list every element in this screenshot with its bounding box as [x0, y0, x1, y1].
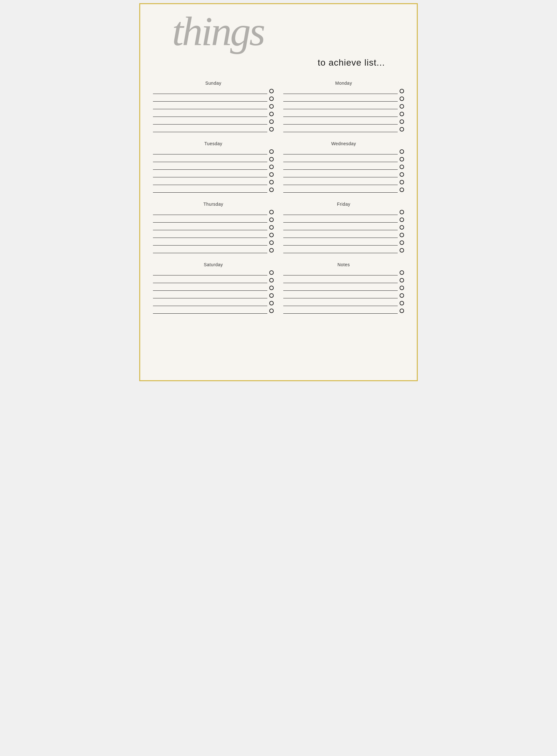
task-row	[153, 149, 274, 154]
task-line[interactable]	[153, 179, 267, 185]
task-circle[interactable]	[400, 271, 404, 275]
task-circle[interactable]	[400, 278, 404, 282]
task-circle[interactable]	[400, 241, 404, 245]
task-circle[interactable]	[400, 112, 404, 116]
task-line[interactable]	[153, 247, 267, 253]
task-line[interactable]	[153, 293, 267, 298]
task-circle[interactable]	[400, 233, 404, 237]
task-line[interactable]	[283, 308, 398, 314]
task-circle[interactable]	[400, 293, 404, 298]
task-circle[interactable]	[269, 301, 274, 305]
task-circle[interactable]	[269, 225, 274, 230]
task-circle[interactable]	[400, 286, 404, 290]
task-circle[interactable]	[269, 89, 274, 93]
task-circle[interactable]	[400, 180, 404, 184]
task-line[interactable]	[283, 171, 398, 177]
task-line[interactable]	[283, 285, 398, 291]
task-line[interactable]	[283, 293, 398, 298]
task-line[interactable]	[153, 111, 267, 117]
task-line[interactable]	[153, 96, 267, 102]
notes-label: Notes	[283, 262, 404, 267]
task-line[interactable]	[153, 300, 267, 306]
task-circle[interactable]	[269, 96, 274, 101]
task-line[interactable]	[283, 224, 398, 230]
task-line[interactable]	[153, 187, 267, 193]
task-line[interactable]	[283, 88, 398, 94]
task-circle[interactable]	[400, 127, 404, 131]
task-circle[interactable]	[269, 180, 274, 184]
task-circle[interactable]	[400, 225, 404, 230]
task-circle[interactable]	[269, 286, 274, 290]
task-line[interactable]	[153, 240, 267, 246]
task-line[interactable]	[153, 308, 267, 314]
task-line[interactable]	[283, 111, 398, 117]
task-line[interactable]	[283, 232, 398, 238]
task-circle[interactable]	[400, 149, 404, 154]
task-circle[interactable]	[269, 271, 274, 275]
task-circle[interactable]	[400, 309, 404, 313]
task-line[interactable]	[153, 149, 267, 154]
task-circle[interactable]	[400, 165, 404, 169]
task-circle[interactable]	[400, 157, 404, 161]
task-line[interactable]	[283, 179, 398, 185]
task-circle[interactable]	[269, 119, 274, 124]
task-line[interactable]	[283, 103, 398, 109]
task-circle[interactable]	[269, 165, 274, 169]
task-circle[interactable]	[400, 89, 404, 93]
task-circle[interactable]	[400, 248, 404, 253]
task-line[interactable]	[283, 164, 398, 170]
task-line[interactable]	[153, 232, 267, 238]
task-line[interactable]	[153, 164, 267, 170]
task-circle[interactable]	[269, 241, 274, 245]
task-circle[interactable]	[269, 157, 274, 161]
task-circle[interactable]	[400, 301, 404, 305]
task-circle[interactable]	[269, 293, 274, 298]
task-circle[interactable]	[400, 188, 404, 192]
task-line[interactable]	[283, 209, 398, 215]
task-line[interactable]	[283, 96, 398, 102]
task-circle[interactable]	[400, 210, 404, 214]
task-circle[interactable]	[269, 210, 274, 214]
task-line[interactable]	[153, 156, 267, 162]
task-line[interactable]	[153, 209, 267, 215]
task-line[interactable]	[153, 277, 267, 283]
task-line[interactable]	[283, 270, 398, 276]
task-line[interactable]	[283, 119, 398, 125]
task-circle[interactable]	[269, 149, 274, 154]
task-circle[interactable]	[269, 112, 274, 116]
task-line[interactable]	[283, 217, 398, 223]
task-line[interactable]	[283, 126, 398, 132]
task-line[interactable]	[283, 156, 398, 162]
task-circle[interactable]	[269, 218, 274, 222]
task-line[interactable]	[153, 285, 267, 291]
task-line[interactable]	[153, 103, 267, 109]
task-circle[interactable]	[269, 172, 274, 177]
task-line[interactable]	[153, 270, 267, 276]
task-circle[interactable]	[400, 119, 404, 124]
task-line[interactable]	[283, 277, 398, 283]
task-circle[interactable]	[400, 104, 404, 108]
task-circle[interactable]	[400, 96, 404, 101]
task-circle[interactable]	[269, 278, 274, 282]
task-line[interactable]	[283, 187, 398, 193]
task-line[interactable]	[283, 247, 398, 253]
task-circle[interactable]	[269, 104, 274, 108]
section-tuesday: Tuesday	[153, 141, 274, 195]
task-circle[interactable]	[269, 127, 274, 131]
task-line[interactable]	[153, 224, 267, 230]
task-circle[interactable]	[269, 233, 274, 237]
task-row	[153, 247, 274, 253]
task-circle[interactable]	[400, 172, 404, 177]
task-circle[interactable]	[269, 188, 274, 192]
task-line[interactable]	[283, 240, 398, 246]
task-line[interactable]	[153, 171, 267, 177]
task-circle[interactable]	[269, 248, 274, 253]
task-line[interactable]	[153, 119, 267, 125]
task-line[interactable]	[153, 126, 267, 132]
task-line[interactable]	[283, 300, 398, 306]
task-line[interactable]	[153, 88, 267, 94]
task-line[interactable]	[153, 217, 267, 223]
task-line[interactable]	[283, 149, 398, 154]
task-circle[interactable]	[400, 218, 404, 222]
task-circle[interactable]	[269, 309, 274, 313]
